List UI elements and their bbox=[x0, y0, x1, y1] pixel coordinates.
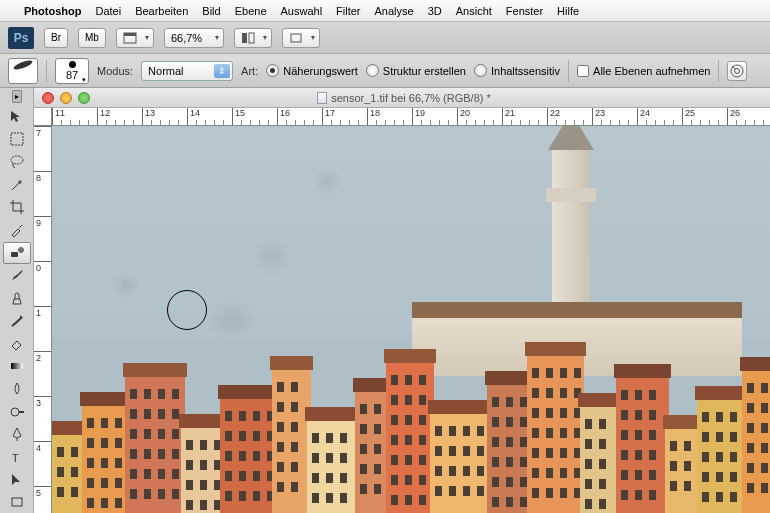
ruler-tick: 4 bbox=[34, 441, 51, 453]
ruler-tick: 18 bbox=[367, 108, 380, 125]
menu-filter[interactable]: Filter bbox=[336, 5, 360, 17]
tool-preset-picker[interactable] bbox=[8, 58, 38, 84]
rectangle-tool[interactable] bbox=[3, 491, 31, 513]
ruler-tick: 0 bbox=[34, 261, 51, 273]
pen-tool[interactable] bbox=[3, 423, 31, 445]
eyedropper-tool[interactable] bbox=[3, 219, 31, 241]
document-icon bbox=[317, 92, 327, 104]
menu-bild[interactable]: Bild bbox=[202, 5, 220, 17]
brush-tool[interactable] bbox=[3, 265, 31, 287]
menu-fenster[interactable]: Fenster bbox=[506, 5, 543, 17]
image-building bbox=[665, 427, 701, 513]
modus-select[interactable]: Normal bbox=[141, 61, 233, 81]
panel-grip-icon[interactable]: ▸ bbox=[12, 90, 22, 103]
document-window: sensor_1.tif bei 66,7% (RGB/8) * 1112131… bbox=[34, 88, 770, 513]
image-building bbox=[355, 390, 390, 513]
ruler-vertical[interactable]: 789012345 bbox=[34, 126, 52, 513]
svg-rect-11 bbox=[11, 363, 23, 369]
art-label: Art: bbox=[241, 65, 258, 77]
menu-ebene[interactable]: Ebene bbox=[235, 5, 267, 17]
zoom-level-dropdown[interactable]: 66,7% bbox=[164, 28, 224, 48]
magic-wand-tool[interactable] bbox=[3, 174, 31, 196]
close-window-button[interactable] bbox=[42, 92, 54, 104]
spot-healing-brush-tool[interactable] bbox=[3, 242, 31, 264]
window-titlebar[interactable]: sensor_1.tif bei 66,7% (RGB/8) * bbox=[34, 88, 770, 108]
ruler-tick: 22 bbox=[547, 108, 560, 125]
move-tool[interactable] bbox=[3, 106, 31, 128]
ruler-tick: 1 bbox=[34, 306, 51, 318]
blur-tool[interactable] bbox=[3, 378, 31, 400]
bridge-button[interactable]: Br bbox=[44, 28, 68, 48]
ruler-tick: 14 bbox=[187, 108, 200, 125]
svg-rect-9 bbox=[11, 252, 18, 257]
svg-text:T: T bbox=[12, 452, 19, 464]
pressure-toggle-button[interactable] bbox=[727, 61, 747, 81]
svg-point-8 bbox=[11, 156, 23, 164]
menu-datei[interactable]: Datei bbox=[95, 5, 121, 17]
app-menu[interactable]: Photoshop bbox=[24, 5, 81, 17]
minimize-window-button[interactable] bbox=[60, 92, 72, 104]
menu-hilfe[interactable]: Hilfe bbox=[557, 5, 579, 17]
sensor-dust-spot bbox=[252, 236, 292, 276]
image-building bbox=[580, 405, 620, 513]
ruler-horizontal[interactable]: 11121314151617181920212223242526 bbox=[52, 108, 770, 126]
image-building bbox=[616, 376, 669, 513]
type-tool[interactable]: T bbox=[3, 446, 31, 468]
image-building bbox=[125, 375, 185, 513]
menu-ansicht[interactable]: Ansicht bbox=[456, 5, 492, 17]
ruler-tick: 9 bbox=[34, 216, 51, 228]
checkbox-label: Alle Ebenen aufnehmen bbox=[593, 65, 710, 77]
brush-picker[interactable]: 87 bbox=[55, 58, 89, 84]
image-building bbox=[742, 369, 770, 513]
ruler-tick: 19 bbox=[412, 108, 425, 125]
svg-rect-1 bbox=[124, 33, 136, 36]
gradient-tool[interactable] bbox=[3, 355, 31, 377]
history-brush-tool[interactable] bbox=[3, 310, 31, 332]
svg-rect-3 bbox=[249, 33, 254, 43]
tool-options-bar: 87 Modus: Normal Art: Näherungswert Stru… bbox=[0, 54, 770, 88]
radio-label: Inhaltssensitiv bbox=[491, 65, 560, 77]
menu-auswahl[interactable]: Auswahl bbox=[281, 5, 323, 17]
minibridge-button[interactable]: Mb bbox=[78, 28, 106, 48]
zoom-level-value: 66,7% bbox=[171, 32, 202, 44]
tools-panel: ▸ T bbox=[0, 88, 34, 513]
ruler-tick: 17 bbox=[322, 108, 335, 125]
eraser-tool[interactable] bbox=[3, 333, 31, 355]
radio-label: Struktur erstellen bbox=[383, 65, 466, 77]
image-building bbox=[697, 398, 746, 513]
menu-analyse[interactable]: Analyse bbox=[375, 5, 414, 17]
menu-3d[interactable]: 3D bbox=[428, 5, 442, 17]
svg-point-6 bbox=[735, 68, 740, 73]
screen-mode-dropdown[interactable] bbox=[116, 28, 154, 48]
radio-naeherungswert[interactable]: Näherungswert bbox=[266, 64, 358, 77]
image-building bbox=[52, 433, 86, 513]
zoom-window-button[interactable] bbox=[78, 92, 90, 104]
arrange-documents-dropdown[interactable] bbox=[234, 28, 272, 48]
radio-struktur-erstellen[interactable]: Struktur erstellen bbox=[366, 64, 466, 77]
radio-inhaltssensitiv[interactable]: Inhaltssensitiv bbox=[474, 64, 560, 77]
sensor-dust-spot bbox=[112, 271, 140, 299]
ruler-tick: 7 bbox=[34, 126, 51, 138]
ruler-tick: 3 bbox=[34, 396, 51, 408]
crop-tool[interactable] bbox=[3, 196, 31, 218]
sample-all-layers-checkbox[interactable]: Alle Ebenen aufnehmen bbox=[577, 65, 710, 77]
lasso-tool[interactable] bbox=[3, 151, 31, 173]
menu-bearbeiten[interactable]: Bearbeiten bbox=[135, 5, 188, 17]
sensor-dust-spot bbox=[312, 166, 342, 196]
svg-point-12 bbox=[11, 408, 19, 416]
ruler-origin[interactable] bbox=[34, 108, 52, 126]
ruler-tick: 23 bbox=[592, 108, 605, 125]
separator bbox=[568, 60, 569, 82]
canvas[interactable] bbox=[52, 126, 770, 513]
document-title: sensor_1.tif bei 66,7% (RGB/8) * bbox=[98, 92, 770, 104]
marquee-tool[interactable] bbox=[3, 128, 31, 150]
radio-label: Näherungswert bbox=[283, 65, 358, 77]
path-selection-tool[interactable] bbox=[3, 469, 31, 491]
clone-stamp-tool[interactable] bbox=[3, 287, 31, 309]
screen-dropdown[interactable] bbox=[282, 28, 320, 48]
modus-label: Modus: bbox=[97, 65, 133, 77]
ruler-tick: 24 bbox=[637, 108, 650, 125]
workspace: ▸ T sensor_1.tif bei 66,7% (RGB/8) * 1 bbox=[0, 88, 770, 513]
dodge-tool[interactable] bbox=[3, 401, 31, 423]
modus-value: Normal bbox=[148, 65, 183, 77]
